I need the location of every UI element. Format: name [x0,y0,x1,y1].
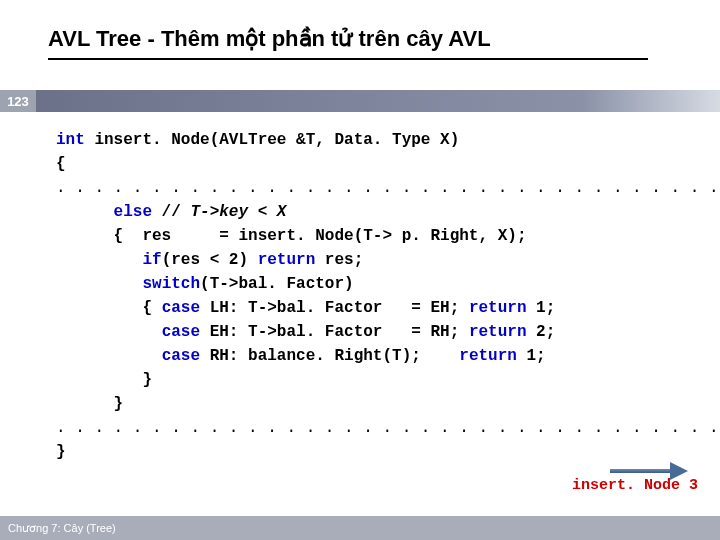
kw-else: else [114,203,152,221]
code-text: } [56,371,152,389]
code-text: EH: T->bal. Factor = RH; [200,323,469,341]
header-bar: 123 [0,90,720,112]
gradient-bar [36,90,720,112]
code-text: . . . . . . . . . . . . . . . . . . . . … [56,179,720,197]
kw-return: return [469,299,527,317]
kw-case: case [162,323,200,341]
kw-case: case [162,347,200,365]
code-text: . . . . . . . . . . . . . . . . . . . . … [56,419,720,437]
footer-text: Chương 7: Cây (Tree) [8,522,116,535]
code-text: res; [315,251,363,269]
footer-bar: Chương 7: Cây (Tree) [0,516,720,540]
slide-title: AVL Tree - Thêm một phần tử trên cây AVL [48,26,491,52]
arrow-shaft [610,469,672,473]
kw-return: return [258,251,316,269]
code-text [56,251,142,269]
kw-int: int [56,131,85,149]
code-text: } [56,443,66,461]
code-text: LH: T->bal. Factor = EH; [200,299,469,317]
code-text [56,275,142,293]
code-text: (res < 2) [162,251,258,269]
code-text [56,323,162,341]
code-text: { [56,299,162,317]
code-text: insert. Node(AVLTree &T, Data. Type X) [85,131,459,149]
code-text: { [56,155,66,173]
kw-if: if [142,251,161,269]
code-text: 1; [526,299,555,317]
kw-return: return [459,347,517,365]
title-underline [48,58,648,60]
page-number: 123 [0,90,36,112]
code-text [56,203,114,221]
slide: AVL Tree - Thêm một phần tử trên cây AVL… [0,0,720,540]
code-comment: T->key < X [190,203,286,221]
code-text: 1; [517,347,546,365]
kw-switch: switch [142,275,200,293]
code-text: (T->bal. Factor) [200,275,354,293]
code-text [56,347,162,365]
code-text: RH: balance. Right(T); [200,347,459,365]
code-text: // [152,203,190,221]
code-block: int insert. Node(AVLTree &T, Data. Type … [56,128,720,464]
slide-tag: insert. Node 3 [572,477,698,494]
kw-return: return [469,323,527,341]
code-text: } [56,395,123,413]
kw-case: case [162,299,200,317]
code-text: { res = insert. Node(T-> p. Right, X); [56,227,526,245]
code-text: 2; [526,323,555,341]
